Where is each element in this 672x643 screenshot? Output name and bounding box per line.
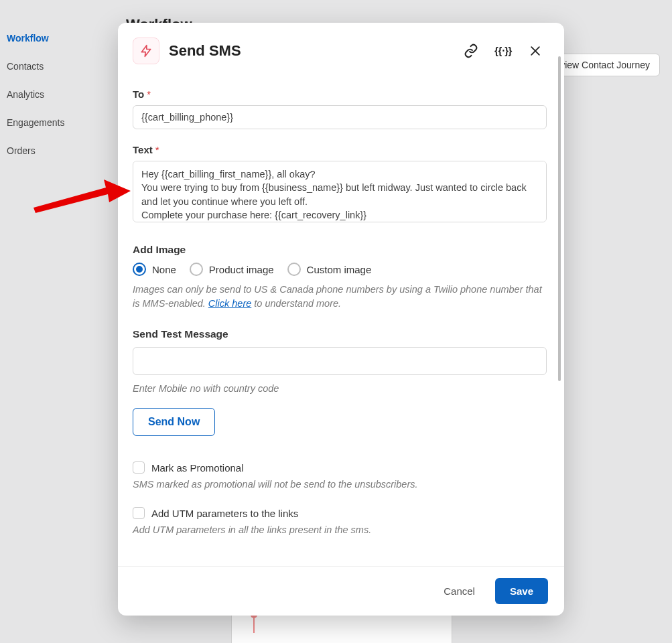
radio-product-label: Product image: [209, 264, 274, 275]
radio-none[interactable]: None: [133, 263, 176, 276]
mark-promotional-label: Mark as Promotional: [151, 462, 244, 474]
workflow-node-fragment: [231, 615, 452, 643]
mark-promotional-row: Mark as Promotional: [133, 461, 547, 474]
utm-hint: Add UTM parameters in all the links pres…: [133, 524, 547, 535]
to-input[interactable]: [133, 105, 547, 129]
modal-body: To* Text* Add Image None Product image C…: [118, 72, 564, 557]
utm-checkbox[interactable]: [133, 507, 145, 519]
utm-label: Add UTM parameters to the links: [151, 508, 298, 519]
workflow-connector-line: [253, 613, 255, 633]
svg-marker-0: [33, 180, 131, 213]
modal-title: Send SMS: [169, 42, 464, 60]
send-now-button[interactable]: Send Now: [133, 408, 215, 436]
radio-custom-label: Custom image: [307, 264, 372, 275]
radio-product-image[interactable]: Product image: [190, 263, 274, 276]
sidebar-item-workflow[interactable]: Workflow: [7, 24, 107, 52]
radio-custom-image[interactable]: Custom image: [287, 263, 372, 276]
modal-scrollbar[interactable]: [558, 56, 561, 381]
sidebar-item-engagements[interactable]: Engagements: [7, 109, 107, 137]
cancel-button[interactable]: Cancel: [435, 579, 483, 603]
radio-none-label: None: [152, 264, 176, 275]
sidebar-item-contacts[interactable]: Contacts: [7, 52, 107, 80]
svg-marker-1: [141, 46, 150, 57]
send-sms-modal: Send SMS {{‧}} To* Text*: [118, 23, 564, 616]
to-label: To*: [133, 88, 547, 100]
text-label: Text*: [133, 144, 547, 155]
send-test-label: Send Test Message: [133, 328, 547, 340]
image-radio-group: None Product image Custom image: [133, 263, 547, 276]
image-hint: Images can only be send to US & Canada p…: [133, 283, 547, 311]
image-hint-link[interactable]: Click here: [208, 298, 251, 309]
modal-footer: Cancel Save: [118, 566, 564, 616]
save-button[interactable]: Save: [495, 578, 548, 604]
add-image-label: Add Image: [133, 244, 547, 256]
modal-header: Send SMS {{‧}}: [118, 23, 564, 72]
close-icon[interactable]: [528, 44, 543, 58]
utm-row: Add UTM parameters to the links: [133, 507, 547, 519]
sidebar-item-analytics[interactable]: Analytics: [7, 80, 107, 109]
send-test-hint: Enter Mobile no with country code: [133, 382, 547, 396]
sidebar-item-orders[interactable]: Orders: [7, 137, 107, 165]
lightning-icon: [133, 38, 159, 64]
merge-tags-icon[interactable]: {{‧}}: [496, 44, 511, 58]
link-icon[interactable]: [464, 44, 478, 58]
left-nav: Workflow Contacts Analytics Engagements …: [0, 0, 107, 165]
mark-promotional-hint: SMS marked as promotional will not be se…: [133, 479, 547, 490]
text-textarea[interactable]: [133, 161, 547, 222]
mark-promotional-checkbox[interactable]: [133, 461, 145, 474]
send-test-input[interactable]: [133, 347, 547, 375]
